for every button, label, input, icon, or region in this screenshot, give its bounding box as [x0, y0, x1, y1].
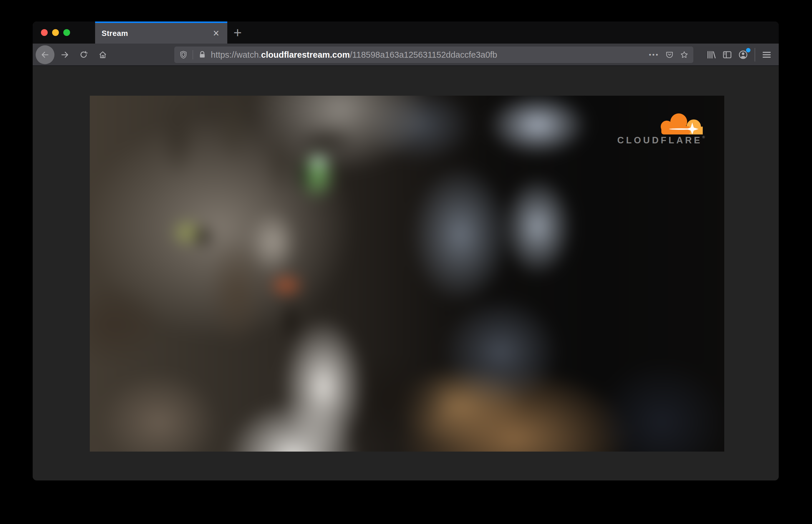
traffic-light-zoom[interactable] — [63, 29, 70, 36]
tab-bar: Stream × + — [33, 21, 779, 44]
back-icon — [40, 50, 49, 59]
window-controls — [41, 21, 70, 44]
url-prefix: https://watch. — [211, 50, 261, 60]
video-frame-cat — [90, 96, 724, 452]
lock-icon[interactable] — [198, 50, 207, 59]
close-tab-icon[interactable]: × — [210, 27, 222, 39]
new-tab-button[interactable]: + — [229, 24, 246, 41]
page-content: CLOUDFLARE® — [33, 67, 779, 480]
new-tab-icon: + — [233, 26, 242, 40]
back-button[interactable] — [36, 45, 54, 64]
url-text: https://watch.cloudflarestream.com/11859… — [211, 50, 645, 60]
tab-stream[interactable]: Stream × — [95, 21, 227, 44]
library-button[interactable] — [703, 47, 719, 63]
sidebar-button[interactable] — [719, 47, 735, 63]
traffic-light-minimize[interactable] — [52, 29, 59, 36]
urlbar-divider — [193, 50, 193, 60]
forward-button[interactable] — [57, 47, 73, 63]
url-input[interactable]: https://watch.cloudflarestream.com/11859… — [174, 47, 693, 63]
tab-title: Stream — [101, 29, 210, 38]
reload-icon — [79, 50, 88, 59]
menu-icon — [761, 49, 772, 60]
cloudflare-logo: CLOUDFLARE® — [617, 113, 705, 146]
account-notification-dot — [746, 48, 750, 52]
traffic-light-close[interactable] — [41, 29, 48, 36]
video-player[interactable]: CLOUDFLARE® — [90, 96, 724, 452]
home-button[interactable] — [95, 47, 111, 63]
library-icon — [706, 49, 717, 60]
url-path: /118598a163a125631152ddaccfe3a0fb — [350, 50, 497, 60]
home-icon — [98, 50, 107, 59]
toolbar-divider — [754, 48, 755, 62]
screen: Stream × + — [0, 0, 812, 524]
navigation-toolbar: https://watch.cloudflarestream.com/11859… — [33, 44, 779, 66]
reload-button[interactable] — [76, 47, 92, 63]
menu-button[interactable] — [759, 47, 775, 63]
toolbar-right-group — [703, 47, 775, 63]
shield-icon[interactable] — [179, 50, 188, 59]
forward-icon — [60, 50, 69, 59]
sidebar-icon — [722, 49, 732, 60]
trademark-mark: ® — [702, 135, 705, 139]
pocket-icon[interactable] — [665, 50, 674, 59]
url-domain: cloudflarestream.com — [261, 50, 350, 60]
cloudflare-cloud-icon — [658, 113, 704, 134]
account-button[interactable] — [735, 47, 751, 63]
page-actions-icon[interactable]: ••• — [649, 51, 659, 59]
browser-window: Stream × + — [33, 21, 779, 480]
cloudflare-wordmark: CLOUDFLARE® — [617, 135, 705, 146]
bookmark-star-icon[interactable] — [680, 50, 689, 59]
